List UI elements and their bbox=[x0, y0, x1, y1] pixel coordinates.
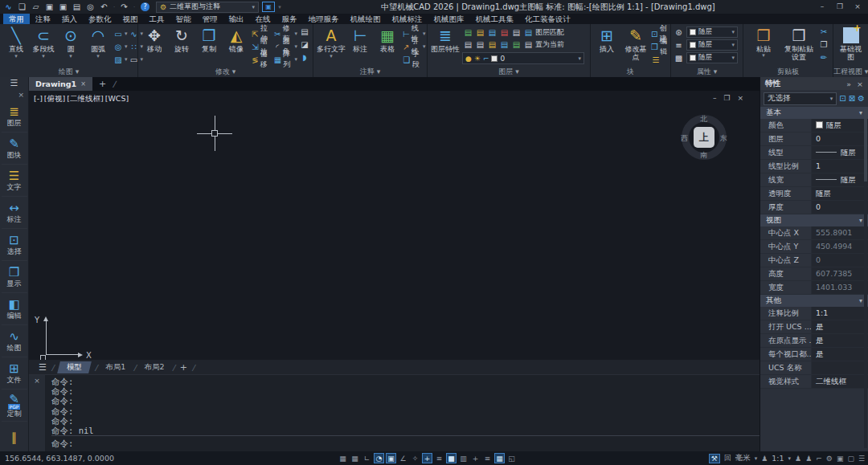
property-row-icon[interactable]: ≡ bbox=[674, 41, 684, 50]
sidebar-tool-item[interactable]: ☰ 文字 bbox=[2, 165, 27, 197]
undo-icon[interactable]: ↶ bbox=[97, 0, 111, 14]
ribbon-tab[interactable]: 化工装备设计 bbox=[519, 14, 576, 24]
preview-icon[interactable]: ◎ bbox=[84, 0, 97, 14]
annotate-tool-button[interactable]: ⊢ 标注 bbox=[346, 26, 374, 59]
help-icon[interactable]: ? bbox=[141, 2, 149, 11]
sidebar-tool-item[interactable]: ⊡ 选择 bbox=[2, 229, 27, 261]
panel-label-properties[interactable]: 属性 ▾ bbox=[671, 67, 743, 77]
clipboard-tool-button[interactable]: ❒ 粘贴 ▾ bbox=[746, 26, 781, 67]
add-layout-button[interactable]: + bbox=[180, 362, 187, 373]
tab-layout[interactable]: 布局1 bbox=[102, 362, 129, 373]
palette-close-icon[interactable]: × bbox=[857, 80, 863, 88]
layer-tool-icon[interactable]: ▤ bbox=[510, 28, 522, 37]
panel-label-draw[interactable]: 绘图 ▾ bbox=[0, 67, 137, 77]
plot-icon[interactable]: ▤ bbox=[70, 0, 84, 14]
property-dropdown[interactable]: 随层 ▾ bbox=[686, 27, 738, 38]
open-file-icon[interactable]: ▱ bbox=[29, 0, 43, 14]
layer-tool-icon[interactable]: ▤ bbox=[510, 40, 522, 49]
status-toggle-icon[interactable]: ∟ bbox=[362, 453, 372, 463]
sidebar-tool-item[interactable]: ✎ 图块 bbox=[2, 133, 27, 165]
layer-tool-icon[interactable]: ▤ bbox=[522, 28, 534, 37]
ribbon-tab[interactable]: 管理 bbox=[197, 14, 223, 24]
layer-tool-icon[interactable]: ▤ bbox=[474, 40, 486, 49]
status-toggle-icon[interactable]: ▣ bbox=[386, 453, 396, 463]
annotate-tool-button[interactable]: A 多行文字 ▾ bbox=[316, 26, 346, 59]
ribbon-tab[interactable]: 机械工具集 bbox=[470, 14, 520, 24]
annotate-mini-button[interactable]: ❑ 字段 bbox=[403, 53, 426, 66]
modify-tool-button[interactable]: ✥ 移动 bbox=[141, 26, 168, 54]
property-value[interactable]: 607.7385 bbox=[812, 267, 868, 280]
property-dropdown[interactable]: 随层 ▾ bbox=[686, 39, 738, 51]
unit-badge-icon[interactable]: 回 bbox=[724, 453, 731, 463]
annotation-scale-value[interactable]: 1:1 bbox=[772, 454, 784, 463]
ribbon-tab[interactable]: 工具 bbox=[144, 14, 170, 24]
layer-tool-icon[interactable]: ▤ bbox=[486, 28, 498, 37]
toolbox-icon[interactable]: ▣ bbox=[262, 2, 275, 12]
layer-tool-icon[interactable]: ▤ bbox=[498, 40, 510, 49]
close-button[interactable]: × bbox=[849, 1, 866, 13]
status-toggle-icon[interactable]: ≡ bbox=[482, 453, 493, 463]
block-mini-button[interactable]: ☰ bbox=[651, 53, 669, 66]
chevron-down-icon[interactable]: ▾ bbox=[755, 455, 758, 462]
property-value[interactable]: 1:1 bbox=[812, 307, 868, 320]
drawing-canvas[interactable]: [-] [俯视] [二维线框] [WCS] – ❐ × bbox=[29, 91, 760, 360]
ribbon-tab[interactable]: 参数化 bbox=[83, 14, 117, 24]
sidebar-tool-item[interactable]: ✎ PGP 定制 bbox=[2, 390, 27, 422]
property-value[interactable]: 随层 bbox=[812, 173, 868, 186]
clipboard-tool-button[interactable]: ❒ 复制粘贴设置 bbox=[781, 26, 817, 67]
save-icon[interactable]: ▣ bbox=[43, 0, 56, 14]
status-toggle-icon[interactable]: ◱ bbox=[506, 453, 517, 463]
command-close-icon[interactable]: × bbox=[29, 375, 45, 385]
property-value[interactable]: 随层 bbox=[812, 187, 868, 200]
section-header-basic[interactable]: 基本 ▾ bbox=[760, 107, 868, 119]
command-input[interactable]: 命令: bbox=[51, 435, 760, 451]
coordinate-readout[interactable]: 156.6544, 663.1487, 0.0000 bbox=[5, 454, 114, 463]
draw-tool-button[interactable]: ╲ 直线 ▾ bbox=[2, 26, 30, 59]
ribbon-tab[interactable]: 常用 bbox=[3, 14, 30, 24]
annotation-autoscale-icon[interactable]: ♟ bbox=[805, 455, 812, 463]
tab-layout[interactable]: 布局2 bbox=[141, 362, 168, 373]
draw-mini-button[interactable]: ▭ ▾ bbox=[113, 27, 128, 40]
undo-dropdown[interactable]: · bbox=[111, 4, 117, 10]
layer-match-button[interactable]: 图层匹配 bbox=[535, 27, 564, 38]
property-value[interactable]: 是 bbox=[812, 334, 868, 347]
compass-top-face[interactable]: 上 bbox=[694, 127, 714, 148]
panel-label-annotate[interactable]: 注释 ▾ bbox=[313, 67, 427, 77]
property-value[interactable]: 0 bbox=[812, 201, 868, 214]
property-value[interactable] bbox=[812, 361, 868, 374]
new-tab-button[interactable]: + bbox=[92, 79, 113, 89]
clipboard-extra-icon[interactable]: ✂ bbox=[818, 27, 829, 40]
ribbon-tab[interactable]: 注释 bbox=[30, 14, 56, 24]
toolbar-menu-icon[interactable]: ☰ bbox=[0, 77, 28, 90]
selection-tool-icon[interactable]: ⊡ bbox=[839, 94, 845, 103]
viewport-control[interactable]: [-] bbox=[34, 94, 43, 104]
property-value[interactable]: 随层 bbox=[812, 119, 868, 132]
annotation-scale-icon[interactable]: ♟ bbox=[761, 455, 768, 463]
panel-label-layer[interactable]: 图层 ▾ bbox=[428, 67, 590, 77]
sidebar-tool-item[interactable]: ↔ 标注 bbox=[2, 197, 27, 229]
layer-tool-icon[interactable]: ▤ bbox=[462, 28, 474, 37]
palette-scrollbar[interactable] bbox=[864, 109, 867, 448]
clipboard-extra-icon[interactable]: ✏ bbox=[818, 53, 829, 66]
property-value[interactable]: 1 bbox=[812, 160, 868, 173]
customize-menu-icon[interactable]: ☰ bbox=[858, 455, 865, 463]
property-value[interactable]: 随层 bbox=[812, 146, 868, 159]
redo-dropdown[interactable]: · bbox=[131, 4, 137, 10]
sidebar-tool-item[interactable]: ❐ 显示 bbox=[2, 261, 27, 293]
status-toggle-icon[interactable]: ▦ bbox=[350, 453, 360, 463]
modify-mini-button[interactable]: ▦ 阵列 ▾ bbox=[274, 53, 297, 66]
tab-close-icon[interactable]: × bbox=[80, 80, 86, 88]
edit-base-point-button[interactable]: ✎ 修改基点 bbox=[622, 26, 649, 61]
insert-block-button[interactable]: ⊞ 插入 bbox=[593, 26, 620, 54]
workspace-dropdown[interactable]: ⚙ 二维草图与注释 ▾ bbox=[156, 2, 259, 13]
layer-tool-icon[interactable]: ▤ bbox=[486, 40, 498, 49]
block-mini-button[interactable]: ❒ 编辑 bbox=[651, 40, 669, 53]
ribbon-tab[interactable]: 机械标注 bbox=[387, 14, 428, 24]
status-toggle-icon[interactable]: + bbox=[470, 453, 481, 463]
layer-tool-icon[interactable]: ▤ bbox=[474, 28, 486, 37]
viewport-control[interactable]: [俯视] bbox=[44, 94, 65, 104]
modify-tool-button[interactable]: ❐ 复制 bbox=[195, 26, 223, 54]
settings-gear-icon[interactable]: ⚙ bbox=[826, 455, 833, 463]
status-toggle-icon[interactable]: + bbox=[422, 453, 432, 463]
toolbox-dropdown[interactable]: ▾ bbox=[276, 4, 283, 10]
